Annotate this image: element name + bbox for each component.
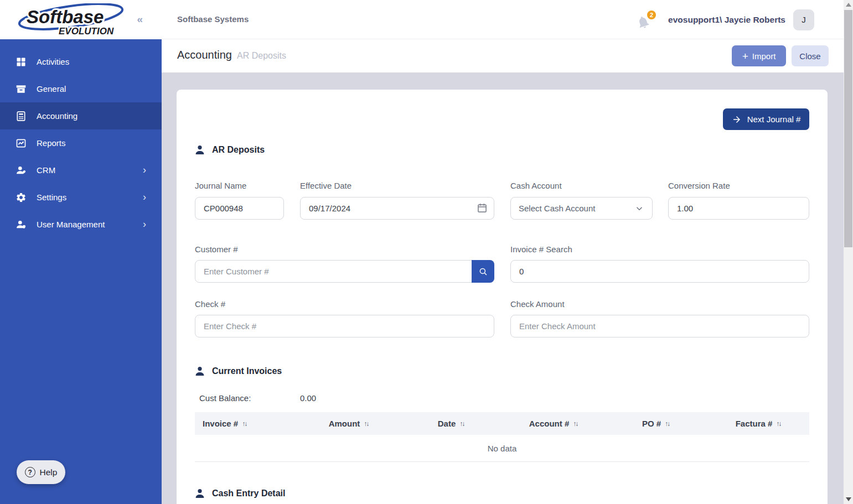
search-icon	[478, 267, 488, 277]
column-header-amount[interactable]: Amount ↑↓	[297, 419, 400, 428]
sidebar-item-label: Accounting	[37, 111, 77, 121]
scrollbar-down-arrow-icon[interactable]	[846, 497, 851, 501]
sidebar-item-general[interactable]: General	[0, 75, 162, 102]
invoices-table: Invoice # ↑↓ Amount ↑↓ Date ↑↓ Account #…	[195, 412, 809, 462]
column-label: Factura #	[736, 419, 773, 428]
invoices-table-header: Invoice # ↑↓ Amount ↑↓ Date ↑↓ Account #…	[195, 412, 809, 435]
cash-account-selected-value: Select Cash Account	[519, 204, 595, 213]
table-empty-state: No data	[195, 435, 809, 462]
breadcrumb-subtitle: AR Deposits	[237, 51, 286, 61]
customer-balance-row: Cust Balance: 0.00	[199, 393, 316, 403]
section-title: AR Deposits	[212, 145, 265, 155]
users-icon	[15, 165, 27, 176]
page-header: Accounting AR Deposits + Import Close	[162, 39, 853, 72]
logo-area: Softbase EVOLUTION «	[0, 0, 162, 39]
journal-name-input[interactable]	[195, 197, 284, 220]
vertical-scrollbar[interactable]	[844, 0, 853, 504]
column-label: Amount	[329, 419, 360, 428]
section-title: Current Invoices	[212, 366, 282, 376]
topbar-right: 2 evosupport1\ Jaycie Roberts J	[636, 0, 814, 39]
chart-line-icon	[15, 138, 27, 149]
cash-account-label: Cash Account	[510, 181, 562, 190]
journal-name-label: Journal Name	[195, 181, 246, 190]
sidebar-item-activities[interactable]: Activities	[0, 48, 162, 75]
plus-icon: +	[742, 51, 748, 61]
sort-icon: ↑↓	[459, 420, 464, 428]
effective-date-input[interactable]	[300, 197, 494, 220]
username: evosupport1\ Jaycie Roberts	[668, 15, 785, 25]
sidebar-item-label: User Management	[37, 220, 105, 229]
column-header-date[interactable]: Date ↑↓	[400, 419, 502, 428]
avatar[interactable]: J	[793, 9, 814, 30]
arrow-right-icon	[732, 115, 742, 124]
sidebar-item-label: Settings	[37, 193, 66, 202]
check-amount-input[interactable]	[510, 315, 809, 337]
sort-icon: ↑↓	[242, 420, 246, 428]
customer-search-button[interactable]	[472, 260, 494, 283]
cust-balance-value: 0.00	[300, 393, 316, 403]
column-header-account[interactable]: Account # ↑↓	[502, 419, 604, 428]
person-icon	[195, 489, 205, 498]
sidebar-item-label: Reports	[37, 138, 66, 148]
question-circle-icon: ?	[25, 467, 35, 477]
sidebar-item-user-management[interactable]: User Management ›	[0, 211, 162, 238]
gear-icon	[15, 192, 27, 203]
next-journal-label: Next Journal #	[747, 115, 801, 124]
calculator-icon	[15, 111, 27, 122]
check-number-input[interactable]	[195, 315, 494, 337]
sort-icon: ↑↓	[364, 420, 368, 428]
column-header-invoice[interactable]: Invoice # ↑↓	[195, 419, 297, 428]
invoice-search-input[interactable]	[510, 260, 809, 283]
help-button[interactable]: ? Help	[17, 460, 65, 484]
help-button-label: Help	[40, 467, 58, 477]
chevron-right-icon: ›	[143, 191, 146, 203]
sidebar-collapse-icon[interactable]: «	[137, 13, 142, 25]
sidebar-item-label: General	[37, 84, 66, 93]
page-title: Accounting	[177, 49, 232, 61]
column-label: Account #	[529, 419, 570, 428]
svg-text:Softbase: Softbase	[27, 7, 104, 27]
import-button[interactable]: + Import	[732, 45, 786, 66]
sidebar-item-label: CRM	[37, 165, 55, 175]
sidebar-item-settings[interactable]: Settings ›	[0, 184, 162, 211]
sidebar-item-reports[interactable]: Reports	[0, 129, 162, 157]
notifications-button[interactable]: 2	[636, 11, 655, 29]
chevron-right-icon: ›	[143, 164, 146, 176]
customer-number-input[interactable]	[195, 260, 494, 283]
content-area: Next Journal # AR Deposits Journal Name …	[162, 72, 853, 504]
company-name: Softbase Systems	[177, 14, 249, 24]
sort-icon: ↑↓	[776, 420, 780, 428]
person-icon	[195, 145, 205, 155]
svg-text:EVOLUTION: EVOLUTION	[59, 26, 114, 37]
conversion-rate-label: Conversion Rate	[668, 181, 730, 190]
current-invoices-section-header: Current Invoices	[195, 366, 282, 376]
notification-badge: 2	[646, 9, 657, 20]
scrollbar-thumb[interactable]	[844, 10, 852, 247]
customer-number-label: Customer #	[195, 245, 238, 254]
cash-entry-section-header: Cash Entry Detail	[195, 489, 285, 498]
sidebar: Softbase EVOLUTION « Activities General	[0, 0, 162, 504]
scrollbar-up-arrow-icon[interactable]	[846, 3, 851, 7]
softbase-logo: Softbase EVOLUTION	[14, 3, 128, 37]
cash-account-select[interactable]: Select Cash Account	[510, 197, 653, 220]
column-label: PO #	[642, 419, 661, 428]
conversion-rate-input[interactable]	[668, 197, 809, 220]
column-label: Invoice #	[203, 419, 238, 428]
column-header-factura[interactable]: Factura # ↑↓	[707, 419, 809, 428]
chevron-right-icon: ›	[143, 219, 146, 230]
sidebar-nav: Activities General Accounting	[0, 39, 162, 238]
check-amount-label: Check Amount	[510, 299, 565, 309]
ar-deposits-section-header: AR Deposits	[195, 145, 265, 155]
sidebar-item-crm[interactable]: CRM ›	[0, 157, 162, 184]
sidebar-item-accounting[interactable]: Accounting	[0, 102, 162, 129]
sidebar-item-label: Activities	[37, 57, 69, 66]
column-header-po[interactable]: PO # ↑↓	[604, 419, 707, 428]
grid-icon	[15, 56, 27, 67]
calendar-icon[interactable]	[477, 202, 488, 214]
import-button-label: Import	[752, 51, 776, 61]
check-number-label: Check #	[195, 299, 225, 309]
user-shield-icon	[15, 219, 27, 230]
next-journal-button[interactable]: Next Journal #	[723, 108, 809, 130]
close-button-label: Close	[799, 51, 820, 61]
close-button[interactable]: Close	[792, 45, 829, 66]
